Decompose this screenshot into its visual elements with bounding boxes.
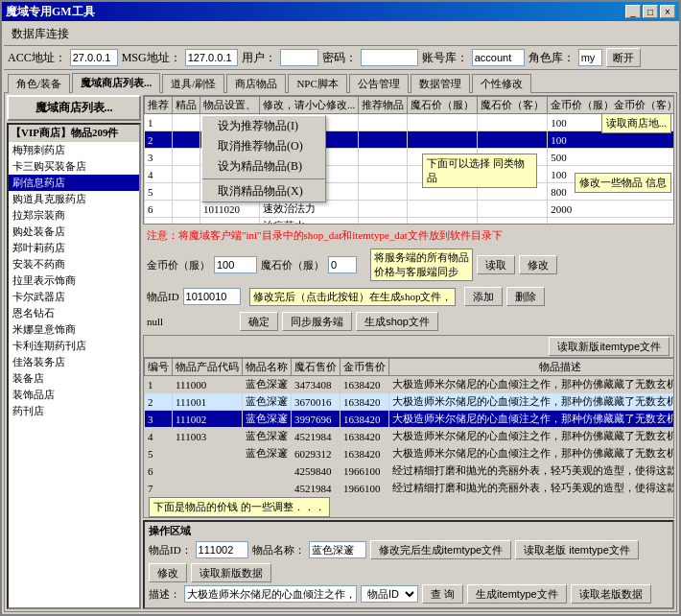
- cell-num: 4: [145, 166, 173, 183]
- msg-input[interactable]: [185, 49, 238, 66]
- shop-item-7[interactable]: 安装不药商: [9, 256, 139, 272]
- ops-generate-itemtype2-button[interactable]: 生成itemtype文件: [467, 584, 567, 604]
- form-row-1: 金币价（服） 魔石价（服） 将服务端的所有物品价格与客服端同步 读取 修改: [143, 247, 674, 283]
- shop-item-0[interactable]: 梅翔刺药店: [9, 142, 139, 158]
- tab-role-equip[interactable]: 角色/装备: [8, 74, 70, 93]
- context-set-fine[interactable]: 设为精品物品(B): [202, 156, 325, 177]
- shop-list-button[interactable]: 魔域商店列表...: [7, 95, 141, 121]
- right-panel: 推荐 精品 物品设置、 修改，请小心修改... 推荐物品 魔石价（服） 魔石价（…: [143, 95, 674, 609]
- tooltip-modify-info: 修改一些物品 信息: [575, 173, 671, 193]
- tab-data-mgmt[interactable]: 数据管理: [411, 74, 470, 93]
- ops-query-button[interactable]: 查 询: [422, 584, 463, 604]
- scrollable-table[interactable]: 编号 物品产品代码 物品名称 魔石售价 金币售价 物品描述: [144, 358, 673, 517]
- note-text: 注意：将魔域客户端"ini"目录中的shop_dat和itemtype_dat文…: [143, 226, 674, 245]
- shop-item-3[interactable]: 购道具克服药店: [9, 191, 139, 207]
- tooltip-sync-generate: 修改完后（点击此按钮）在生成shop文件，: [249, 288, 457, 306]
- context-cancel-fine[interactable]: 取消精品物品(X): [202, 181, 325, 201]
- gold-input[interactable]: [214, 256, 257, 273]
- read-itemtype-button[interactable]: 读取新版itemtype文件: [549, 337, 669, 356]
- cell-ms-s: [359, 218, 408, 225]
- shop-item-10[interactable]: 恩名钻石: [9, 305, 139, 321]
- pwd-input[interactable]: [361, 49, 418, 66]
- confirm-button[interactable]: 确定: [240, 312, 278, 331]
- list-item[interactable]: 2 111001 蓝色深邃 3670016 1638420 大极造师米尔储尼的心…: [145, 393, 674, 411]
- read-old-itemtype-button[interactable]: 读取老版 itemtype文件: [515, 540, 639, 559]
- tab-npc-script[interactable]: NPC脚本: [288, 74, 346, 93]
- user-input[interactable]: [280, 49, 318, 66]
- minimize-button[interactable]: _: [625, 5, 641, 18]
- list-item[interactable]: 1 111000 蓝色深邃 3473408 1638420 大极造师米尔储尼的心…: [145, 376, 674, 393]
- ops-modify-button[interactable]: 修改: [149, 563, 187, 582]
- read-button[interactable]: 读取: [477, 255, 515, 274]
- tab-item-spawn[interactable]: 道具/刷怪: [162, 74, 224, 93]
- ops-read-old2-button[interactable]: 读取老版数据: [571, 584, 651, 604]
- tab-shop-item[interactable]: 商店物品: [226, 74, 286, 93]
- maximize-button[interactable]: □: [643, 5, 658, 18]
- shop-item-4[interactable]: 拉郑宗装商: [9, 207, 139, 224]
- ops-desc-input[interactable]: [184, 585, 357, 603]
- list-item[interactable]: 5 蓝色深邃 6029312 1638420 大极造师米尔储尼的心血倾注之作，那…: [145, 445, 674, 462]
- sync-button[interactable]: 同步服务端: [282, 312, 352, 331]
- ms-input[interactable]: [328, 256, 357, 273]
- acc-input[interactable]: [70, 49, 118, 66]
- list-item[interactable]: 3 111002 蓝色深邃 3997696 1638420 大极造师米尔储尼的心…: [145, 411, 674, 428]
- shop-item-12[interactable]: 卡利连期药刊店: [9, 338, 139, 354]
- tab-shop-list[interactable]: 魔域商店列表...: [72, 73, 160, 93]
- table-row[interactable]: 6 1011020 速效治法力 2000: [145, 201, 674, 218]
- menu-item-db[interactable]: 数据库连接: [8, 25, 73, 43]
- delete-button[interactable]: 删除: [506, 287, 545, 306]
- shop-item-9[interactable]: 卡尔武器店: [9, 289, 139, 305]
- shop-item-16[interactable]: 药刊店: [9, 403, 139, 419]
- col-code: 物品产品代码: [173, 359, 243, 376]
- shop-listbox[interactable]: 【VIP商店】物品209件 梅翔刺药店 卡三购买装备店 刷信息药店 购道具克服药…: [7, 123, 141, 609]
- tab-content: 魔域商店列表... 【VIP商店】物品209件 梅翔刺药店 卡三购买装备店 刷信…: [4, 92, 677, 612]
- context-set-recommend[interactable]: 设为推荐物品(I): [202, 116, 325, 136]
- disconnect-button[interactable]: 断开: [606, 48, 641, 67]
- db-input[interactable]: [472, 49, 525, 66]
- tab-announcement[interactable]: 公告管理: [349, 74, 409, 93]
- shop-item-14[interactable]: 装备店: [9, 370, 139, 387]
- list-item[interactable]: 7 4521984 1966100 经过精细打磨和抛光的亮丽外表，轻巧美观的造型…: [145, 480, 674, 497]
- shop-item-13[interactable]: 佳洛装务店: [9, 354, 139, 370]
- shop-item-8[interactable]: 拉里表示饰商: [9, 272, 139, 289]
- shop-item-2[interactable]: 刷信息药店: [9, 175, 139, 191]
- generate-itemtype-button[interactable]: 修改完后生成itemtype文件: [370, 540, 512, 559]
- generate-shop-button[interactable]: 生成shop文件: [356, 312, 438, 331]
- ops-item-id-input[interactable]: [196, 541, 248, 558]
- cell-ms-c: [408, 218, 478, 225]
- read-new-button[interactable]: 读取新版数据: [191, 563, 271, 582]
- cell-ms-s: [359, 201, 408, 218]
- role-input[interactable]: [578, 49, 602, 66]
- shop-item-15[interactable]: 装饰品店: [9, 387, 139, 403]
- cell-ms-c: [408, 114, 478, 131]
- role-label: 角色库：: [528, 50, 575, 66]
- list-item[interactable]: 4 111003 蓝色深邃 4521984 1638420 大极造师米尔储尼的心…: [145, 428, 674, 445]
- user-label: 用户：: [242, 50, 276, 66]
- table-row[interactable]: 7 1010100 治疗药水: [145, 218, 674, 225]
- col-name: 物品名称: [243, 359, 292, 376]
- shop-item-6[interactable]: 郑叶莉药店: [9, 240, 139, 256]
- list-item[interactable]: 6 4259840 1966100 经过精细打磨和抛光的亮丽外表，轻巧美观的造型…: [145, 462, 674, 480]
- ops-item-name-input[interactable]: [309, 541, 366, 558]
- tab-personal[interactable]: 个性修改: [472, 74, 531, 93]
- cell-fine: [173, 166, 200, 183]
- shop-item-1[interactable]: 卡三购买装备店: [9, 158, 139, 175]
- close-button[interactable]: ×: [660, 5, 675, 18]
- cell-fine: [173, 114, 200, 131]
- context-cancel-recommend[interactable]: 取消推荐物品(O): [202, 136, 325, 156]
- shop-item-11[interactable]: 米娜皇意饰商: [9, 321, 139, 338]
- cell-mc-c: 2000: [548, 201, 673, 218]
- cell-mc-c: [548, 218, 673, 225]
- add-button[interactable]: 添加: [464, 287, 503, 306]
- item-id-label: 物品ID: [147, 290, 179, 304]
- cell-fine: [173, 183, 200, 201]
- cell-fine: [173, 201, 200, 218]
- shop-item-5[interactable]: 购处装备店: [9, 224, 139, 240]
- window-content: 数据库连接 ACC地址： MSG地址： 用户： 密码： 账号库： 角色库： 断开…: [2, 21, 679, 614]
- cell-ms-s: [359, 166, 408, 183]
- item-id-input[interactable]: [183, 288, 241, 305]
- col-desc: 物品描述: [389, 359, 674, 376]
- ops-sort-select[interactable]: 物品ID ▼: [361, 585, 418, 603]
- modify-button[interactable]: 修改: [519, 255, 557, 274]
- shop-group-vip: 【VIP商店】物品209件: [9, 125, 139, 142]
